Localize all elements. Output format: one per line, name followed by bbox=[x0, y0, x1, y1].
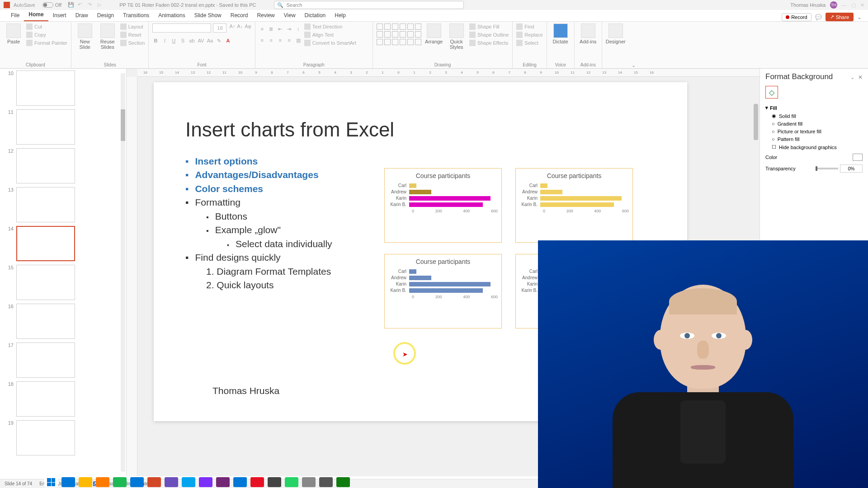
new-slide-button[interactable]: New Slide bbox=[75, 23, 95, 50]
cut-button[interactable]: Cut bbox=[26, 23, 67, 30]
clear-format-icon[interactable]: Aφ bbox=[245, 23, 251, 33]
reuse-slides-button[interactable]: Reuse Slides bbox=[98, 23, 118, 50]
tab-view[interactable]: View bbox=[279, 10, 300, 21]
tab-slideshow[interactable]: Slide Show bbox=[190, 10, 226, 21]
fill-tab-icon[interactable]: ◇ bbox=[765, 86, 778, 99]
chart-3[interactable]: Course participantsCarlAndrewKarinKarin … bbox=[384, 254, 502, 328]
taskbar-app-0[interactable] bbox=[61, 477, 75, 487]
slide-body[interactable]: Insert options Advantages/Disadvantages … bbox=[185, 155, 332, 292]
user-avatar[interactable]: TH bbox=[830, 1, 837, 9]
numbering-icon[interactable]: ≣ bbox=[268, 26, 274, 32]
fill-section-header[interactable]: ▾Fill bbox=[765, 105, 863, 111]
layout-button[interactable]: Layout bbox=[120, 23, 145, 30]
taskbar-app-16[interactable] bbox=[336, 477, 350, 487]
shape-fill-button[interactable]: Shape Fill bbox=[469, 23, 509, 30]
window-close-icon[interactable]: ✕ bbox=[860, 2, 864, 8]
taskbar-app-9[interactable] bbox=[216, 477, 230, 487]
taskbar-app-3[interactable] bbox=[113, 477, 127, 487]
slide-thumbnail-12[interactable]: 12 bbox=[0, 146, 126, 185]
slide-thumbnail-16[interactable]: 16 bbox=[0, 302, 126, 341]
tab-home[interactable]: Home bbox=[24, 9, 48, 21]
align-center-icon[interactable]: ≡ bbox=[268, 38, 274, 43]
italic-button[interactable]: I bbox=[161, 38, 168, 44]
justify-icon[interactable]: ≡ bbox=[286, 38, 292, 43]
tab-dictation[interactable]: Dictation bbox=[300, 10, 330, 21]
slide-thumbnail-13[interactable]: 13 bbox=[0, 185, 126, 224]
highlight-button[interactable]: ✎ bbox=[216, 38, 222, 44]
line-spacing-icon[interactable]: ↕ bbox=[295, 26, 302, 32]
search-input[interactable]: 🔍 Search bbox=[274, 1, 464, 9]
replace-button[interactable]: Replace bbox=[516, 32, 542, 38]
taskbar-app-10[interactable] bbox=[233, 477, 247, 487]
record-button[interactable]: Record bbox=[782, 13, 811, 21]
slide-thumbnail-15[interactable]: 15 bbox=[0, 263, 126, 302]
dec-indent-icon[interactable]: ⇤ bbox=[277, 26, 283, 32]
color-picker[interactable] bbox=[853, 154, 863, 161]
reset-button[interactable]: Reset bbox=[120, 32, 145, 38]
text-direction-button[interactable]: Text Direction bbox=[304, 23, 356, 30]
taskbar-app-12[interactable] bbox=[268, 477, 281, 487]
taskbar-app-13[interactable] bbox=[285, 477, 298, 487]
thumbnail-scrollbar[interactable] bbox=[121, 73, 125, 472]
start-button[interactable] bbox=[44, 477, 58, 487]
share-button[interactable]: ↗Share bbox=[826, 13, 854, 21]
solid-fill-radio[interactable]: ◉Solid fill bbox=[772, 113, 863, 119]
tab-insert[interactable]: Insert bbox=[48, 10, 71, 21]
comments-icon[interactable]: 💬 bbox=[815, 14, 822, 20]
taskbar-app-7[interactable] bbox=[182, 477, 195, 487]
section-button[interactable]: Section bbox=[120, 40, 145, 46]
ribbon-collapse-icon[interactable]: ⌄ bbox=[857, 14, 862, 20]
shadow-button[interactable]: ab bbox=[189, 38, 195, 44]
scrollbar-thumb[interactable] bbox=[121, 109, 125, 141]
taskbar-app-4[interactable] bbox=[130, 477, 144, 487]
align-left-icon[interactable]: ≡ bbox=[259, 38, 265, 43]
pattern-fill-radio[interactable]: ○Pattern fill bbox=[772, 136, 863, 142]
font-family-select[interactable] bbox=[152, 23, 211, 33]
strike-button[interactable]: S bbox=[179, 38, 186, 44]
inc-indent-icon[interactable]: ⇥ bbox=[286, 26, 292, 32]
taskbar-app-14[interactable] bbox=[302, 477, 316, 487]
columns-icon[interactable]: ▥ bbox=[295, 38, 302, 43]
hide-bg-checkbox[interactable]: ☐Hide background graphics bbox=[772, 144, 863, 150]
tab-animations[interactable]: Animations bbox=[154, 10, 189, 21]
arrange-button[interactable]: Arrange bbox=[424, 23, 444, 44]
pane-close-icon[interactable]: ✕ bbox=[858, 74, 863, 80]
window-minimize-icon[interactable]: — bbox=[842, 2, 847, 8]
taskbar-app-8[interactable] bbox=[199, 477, 212, 487]
redo-icon[interactable]: ↷ bbox=[88, 2, 94, 8]
font-color-button[interactable]: A bbox=[225, 38, 231, 44]
start-from-beginning-icon[interactable]: ▷ bbox=[98, 2, 104, 8]
save-icon[interactable]: 💾 bbox=[68, 2, 74, 8]
chart-2[interactable]: Course participantsCarlAndrewKarinKarin … bbox=[515, 168, 633, 243]
taskbar-app-2[interactable] bbox=[96, 477, 109, 487]
tab-review[interactable]: Review bbox=[252, 10, 279, 21]
autosave-toggle[interactable] bbox=[42, 2, 53, 8]
undo-icon[interactable]: ↶ bbox=[78, 2, 84, 8]
bold-button[interactable]: B bbox=[152, 38, 159, 44]
font-size-select[interactable]: 18 bbox=[213, 23, 226, 33]
bullets-icon[interactable]: ≡ bbox=[259, 26, 265, 32]
paste-button[interactable]: Paste bbox=[4, 23, 24, 44]
slide-thumbnail-18[interactable]: 18 bbox=[0, 380, 126, 418]
increase-font-icon[interactable]: A↑ bbox=[229, 23, 235, 33]
slide-thumbnail-17[interactable]: 17 bbox=[0, 341, 126, 380]
designer-button[interactable]: Designer bbox=[606, 23, 626, 44]
align-text-button[interactable]: Align Text bbox=[304, 32, 356, 38]
char-spacing-button[interactable]: AV bbox=[198, 38, 204, 44]
pane-options-icon[interactable]: ⌄ bbox=[850, 75, 854, 80]
tab-design[interactable]: Design bbox=[93, 10, 118, 21]
tab-transitions[interactable]: Transitions bbox=[118, 10, 154, 21]
quick-styles-button[interactable]: Quick Styles bbox=[447, 23, 467, 50]
transparency-value[interactable]: 0% bbox=[840, 164, 863, 173]
slide-author[interactable]: Thomas Hruska bbox=[212, 385, 279, 396]
slide-thumbnail-19[interactable]: 19 bbox=[0, 418, 126, 457]
tab-record[interactable]: Record bbox=[226, 10, 253, 21]
picture-fill-radio[interactable]: ○Picture or texture fill bbox=[772, 129, 863, 134]
window-restore-icon[interactable]: ▢ bbox=[851, 2, 856, 8]
shape-outline-button[interactable]: Shape Outline bbox=[469, 32, 509, 38]
scrollbar-thumb[interactable] bbox=[754, 104, 758, 140]
convert-smartart-button[interactable]: Convert to SmartArt bbox=[304, 40, 356, 46]
taskbar-app-15[interactable] bbox=[319, 477, 333, 487]
gradient-fill-radio[interactable]: ○Gradient fill bbox=[772, 121, 863, 127]
taskbar-app-1[interactable] bbox=[79, 477, 92, 487]
